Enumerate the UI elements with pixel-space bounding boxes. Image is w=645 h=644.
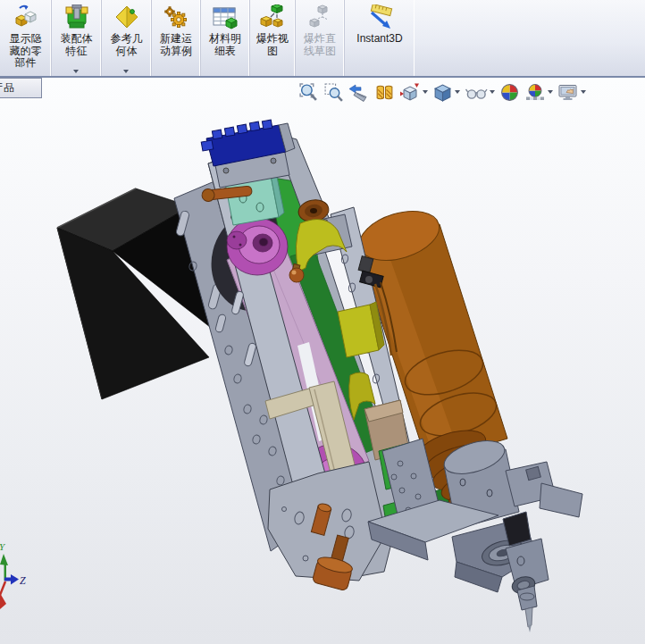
triad-z-label: Z bbox=[20, 574, 26, 587]
assembly-model[interactable]: Y Z bbox=[0, 0, 645, 644]
coordinate-triad: Y Z bbox=[0, 541, 26, 609]
drill-chuck[interactable] bbox=[506, 539, 549, 610]
upper-pulley[interactable] bbox=[227, 218, 288, 275]
drill-bit[interactable] bbox=[525, 607, 532, 632]
triad-y-label: Y bbox=[0, 541, 6, 552]
